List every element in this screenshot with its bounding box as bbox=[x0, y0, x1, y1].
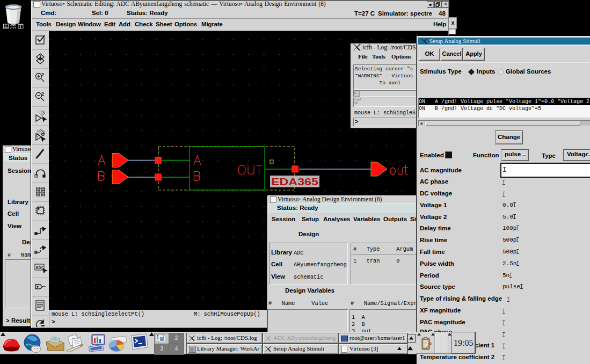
svg-text:EDA365: EDA365 bbox=[271, 176, 319, 187]
svg-text:2: 2 bbox=[41, 72, 44, 77]
svg-text:abc: abc bbox=[36, 265, 44, 270]
svg-text:2: 2 bbox=[41, 91, 44, 97]
